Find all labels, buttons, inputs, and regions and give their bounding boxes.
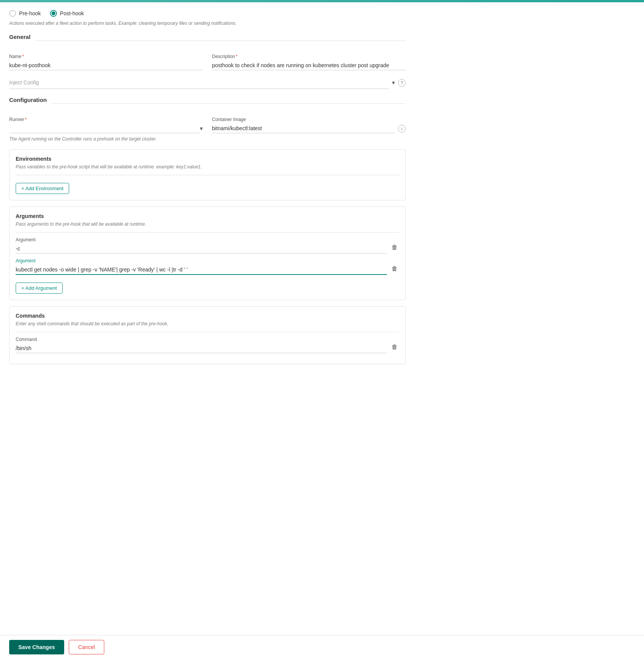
description-field: Description* xyxy=(212,54,406,70)
description-label: Description* xyxy=(212,54,406,59)
command-row: Command 🗑 xyxy=(16,337,399,353)
delete-argument-2-icon[interactable]: 🗑 xyxy=(390,264,399,273)
name-field: Name* xyxy=(9,54,203,70)
description-input[interactable] xyxy=(212,61,406,70)
container-info-icon[interactable]: i xyxy=(398,125,406,132)
name-label: Name* xyxy=(9,54,203,59)
general-header: General xyxy=(9,34,406,48)
argument-field-1: Argument xyxy=(16,237,387,254)
argument-input-2[interactable] xyxy=(16,265,387,275)
inject-dropdown-arrow-icon: ▾ xyxy=(392,79,395,86)
agent-note: The Agent running on the Controller runs… xyxy=(9,136,406,142)
general-section: General Name* Description* Inject Config… xyxy=(9,34,406,89)
page-container: Pre-hook Post-hook Actions executed afte… xyxy=(0,2,415,409)
posthook-option[interactable]: Post-hook xyxy=(50,10,84,17)
posthook-radio[interactable] xyxy=(50,10,57,17)
prehook-label: Pre-hook xyxy=(19,10,41,16)
command-field: Command xyxy=(16,337,387,353)
container-input-wrapper: i xyxy=(212,124,406,133)
arguments-card: Arguments Pass arguments to the pre-hook… xyxy=(9,207,406,300)
environments-divider xyxy=(16,175,399,175)
commands-title: Commands xyxy=(16,313,399,319)
command-label: Command xyxy=(16,337,387,342)
container-image-input[interactable] xyxy=(212,124,395,133)
hook-selector: Pre-hook Post-hook xyxy=(9,10,406,17)
argument-row-1: Argument 🗑 xyxy=(16,237,399,254)
delete-argument-1-icon[interactable]: 🗑 xyxy=(390,243,399,252)
runner-container-row: Runner* Cluster ▾ Container Image i xyxy=(9,117,406,133)
runner-select-wrapper: Cluster ▾ xyxy=(9,124,203,133)
container-image-field: Container Image i xyxy=(212,117,406,133)
commands-description: Enter any shell commands that should be … xyxy=(16,321,399,326)
runner-field: Runner* Cluster ▾ xyxy=(9,117,203,133)
environments-card: Environments Pass variables to the pre-h… xyxy=(9,149,406,200)
arguments-description: Pass arguments to the pre-hook that will… xyxy=(16,221,399,227)
prehook-radio[interactable] xyxy=(9,10,16,17)
inject-config-row: Inject Config ▾ ? xyxy=(9,76,406,89)
runner-label: Runner* xyxy=(9,117,203,122)
name-input[interactable] xyxy=(9,61,203,70)
delete-command-icon[interactable]: 🗑 xyxy=(390,342,399,352)
page-subtitle: Actions executed after a fleet action to… xyxy=(9,21,406,26)
runner-select[interactable]: Cluster xyxy=(9,124,200,133)
argument-row-2: Argument 🗑 xyxy=(16,258,399,275)
commands-card: Commands Enter any shell commands that s… xyxy=(9,306,406,364)
environments-description: Pass variables to the pre-hook script th… xyxy=(16,164,399,170)
argument-input-1[interactable] xyxy=(16,244,387,254)
prehook-option[interactable]: Pre-hook xyxy=(9,10,41,17)
inject-help-icon[interactable]: ? xyxy=(398,79,406,87)
command-input[interactable] xyxy=(16,344,387,353)
container-image-label: Container Image xyxy=(212,117,406,122)
arguments-title: Arguments xyxy=(16,213,399,219)
add-environment-button[interactable]: + Add Environment xyxy=(16,183,69,194)
inject-config-select[interactable]: Inject Config xyxy=(9,76,389,89)
argument-label-1: Argument xyxy=(16,237,387,242)
configuration-section: Configuration Runner* Cluster ▾ Containe… xyxy=(9,97,406,142)
argument-field-2: Argument xyxy=(16,258,387,275)
environments-title: Environments xyxy=(16,156,399,162)
commands-divider xyxy=(16,332,399,332)
argument-label-2: Argument xyxy=(16,258,387,263)
runner-dropdown-arrow-icon: ▾ xyxy=(200,125,203,132)
name-description-row: Name* Description* xyxy=(9,54,406,70)
general-title: General xyxy=(9,34,31,42)
add-argument-button[interactable]: + Add Argument xyxy=(16,283,63,294)
arguments-divider xyxy=(16,232,399,233)
posthook-label: Post-hook xyxy=(60,10,84,16)
configuration-header: Configuration xyxy=(9,97,406,111)
configuration-title: Configuration xyxy=(9,97,47,105)
